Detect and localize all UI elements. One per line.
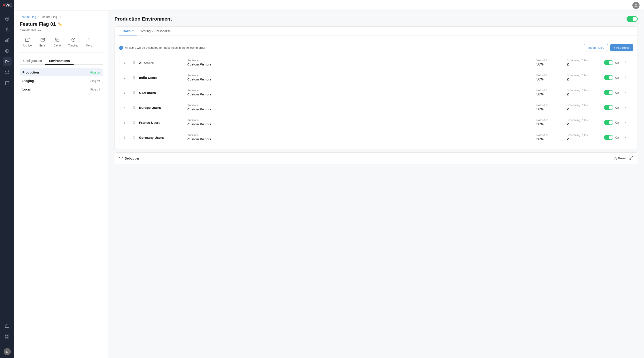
sidebar: V WO U bbox=[0, 0, 14, 358]
rule-more-4[interactable]: ⋮ bbox=[622, 104, 628, 111]
toggle-label-5: On bbox=[615, 121, 619, 124]
svg-line-24 bbox=[632, 156, 633, 158]
breadcrumb-sep: > bbox=[38, 15, 39, 18]
svg-text:V: V bbox=[3, 3, 6, 7]
drag-handle-5[interactable]: ⠿ bbox=[133, 120, 136, 125]
audience-value-3[interactable]: Custom Visitors bbox=[188, 92, 211, 96]
top-avatar[interactable] bbox=[632, 2, 640, 9]
drag-handle-6[interactable]: ⠿ bbox=[133, 135, 136, 140]
rule-row: 3 ⠿ USA users Audience Custom Visitors R… bbox=[120, 85, 633, 100]
rule-more-6[interactable]: ⋮ bbox=[622, 134, 628, 141]
audience-value-2[interactable]: Custom Visitors bbox=[188, 77, 211, 81]
production-env[interactable]: Production Flag on bbox=[20, 68, 103, 76]
rule-more-2[interactable]: ⋮ bbox=[622, 74, 628, 81]
rule-toggle-3[interactable] bbox=[604, 90, 613, 95]
rule-toggle-5[interactable] bbox=[604, 120, 613, 125]
scheduling-value-2: 2 bbox=[567, 77, 569, 81]
rule-rollout-5: Rollout To 50% bbox=[536, 119, 563, 126]
audience-value-6[interactable]: Custom Visitors bbox=[188, 137, 211, 141]
briefcase-icon[interactable] bbox=[3, 321, 12, 330]
audience-label-1: Audience bbox=[188, 59, 533, 62]
rule-toggle-area-1: On bbox=[604, 60, 619, 65]
add-rules-button[interactable]: + Add Rules bbox=[610, 44, 633, 51]
breadcrumb-parent[interactable]: Feature Flag bbox=[20, 15, 36, 18]
audience-value-4[interactable]: Custom Visitors bbox=[188, 107, 211, 111]
main-wrapper: Feature Flag > Feature Flag 01 Feature F… bbox=[14, 0, 644, 358]
rollout-label-6: Rollout To bbox=[536, 134, 563, 137]
rule-more-3[interactable]: ⋮ bbox=[622, 89, 628, 96]
audience-label-5: Audience bbox=[188, 119, 533, 122]
edit-icon[interactable]: ✏️ bbox=[58, 22, 62, 26]
rollout-label-5: Rollout To bbox=[536, 119, 563, 122]
drag-handle-1[interactable]: ⠿ bbox=[133, 60, 136, 65]
debugger-reset-button[interactable]: Reset bbox=[614, 157, 626, 160]
more-button[interactable]: More bbox=[83, 36, 95, 49]
user-avatar[interactable]: U bbox=[4, 348, 11, 355]
debugger-expand-icon[interactable] bbox=[629, 156, 633, 161]
audience-value-1[interactable]: Custom Visitors bbox=[188, 62, 211, 66]
dashboard-icon[interactable] bbox=[3, 14, 12, 23]
testing-tab[interactable]: Testing & Personalise bbox=[137, 26, 174, 36]
clone-button[interactable]: Clone bbox=[50, 36, 64, 49]
svg-rect-6 bbox=[8, 39, 9, 42]
action-bar: Archive Email Clone Timeline bbox=[20, 36, 103, 53]
action-buttons: Import Rules + Add Rules bbox=[584, 44, 633, 51]
messages-icon[interactable] bbox=[3, 79, 12, 88]
targeting-icon[interactable] bbox=[3, 46, 12, 55]
rollout-tab[interactable]: Rollout bbox=[119, 26, 137, 36]
configuration-tab[interactable]: Configuration bbox=[20, 57, 46, 65]
debugger-label: Debugger bbox=[119, 156, 139, 161]
experiments-icon[interactable] bbox=[3, 25, 12, 34]
audience-value-5[interactable]: Custom Visitors bbox=[188, 122, 211, 126]
svg-rect-5 bbox=[7, 39, 8, 42]
rule-scheduling-6: Scheduling Rules 2 bbox=[567, 134, 600, 141]
scheduling-value-3: 2 bbox=[567, 92, 569, 96]
svg-rect-4 bbox=[6, 40, 6, 42]
right-panel: Production Environment Rollout Testing &… bbox=[108, 11, 644, 358]
rollout-value-5: 50% bbox=[536, 122, 544, 126]
feature-flags-icon[interactable] bbox=[3, 57, 12, 66]
integrations-icon[interactable] bbox=[3, 332, 12, 341]
drag-handle-2[interactable]: ⠿ bbox=[133, 75, 136, 80]
drag-handle-3[interactable]: ⠿ bbox=[133, 90, 136, 95]
rule-toggle-6[interactable] bbox=[604, 135, 613, 140]
rule-toggle-4[interactable] bbox=[604, 105, 613, 110]
local-env[interactable]: Local Flag off bbox=[20, 85, 103, 93]
svg-point-23 bbox=[89, 41, 89, 41]
scheduling-label-4: Scheduling Rules bbox=[567, 104, 600, 107]
content-card: Rollout Testing & Personalise i All user… bbox=[114, 26, 638, 149]
staging-env[interactable]: Staging Flag off bbox=[20, 77, 103, 85]
timeline-button[interactable]: Timeline bbox=[65, 36, 82, 49]
svg-point-9 bbox=[7, 51, 8, 51]
rule-more-5[interactable]: ⋮ bbox=[622, 119, 628, 126]
environments-tab[interactable]: Environments bbox=[46, 57, 73, 65]
rule-num-6: 6 bbox=[124, 136, 129, 139]
vwo-logo[interactable]: V WO bbox=[3, 3, 12, 9]
environment-list: Production Flag on Staging Flag off Loca… bbox=[20, 68, 103, 93]
env-staging-status: Flag off bbox=[90, 79, 100, 83]
toggle-label-1: On bbox=[615, 61, 619, 64]
rule-audience-2: Audience Custom Visitors bbox=[188, 74, 533, 81]
rule-scheduling-3: Scheduling Rules 2 bbox=[567, 89, 600, 96]
production-toggle[interactable] bbox=[626, 16, 638, 22]
rule-toggle-area-3: On bbox=[604, 90, 619, 95]
rule-more-1[interactable]: ⋮ bbox=[622, 59, 628, 66]
archive-button[interactable]: Archive bbox=[20, 36, 35, 49]
svg-rect-16 bbox=[25, 38, 29, 39]
deploy-icon[interactable] bbox=[3, 68, 12, 77]
rule-name-2: India Users bbox=[139, 76, 184, 79]
rule-toggle-1[interactable] bbox=[604, 60, 613, 65]
scheduling-value-5: 2 bbox=[567, 122, 569, 126]
timeline-label: Timeline bbox=[68, 44, 78, 47]
rule-toggle-2[interactable] bbox=[604, 75, 613, 80]
rule-scheduling-2: Scheduling Rules 2 bbox=[567, 74, 600, 81]
analytics-icon[interactable] bbox=[3, 36, 12, 45]
import-rules-button[interactable]: Import Rules bbox=[584, 44, 608, 51]
info-label: All users will be evaluated for these ru… bbox=[125, 46, 205, 49]
svg-point-21 bbox=[89, 38, 89, 39]
rule-rollout-4: Rollout To 50% bbox=[536, 104, 563, 111]
email-button[interactable]: Email bbox=[36, 36, 49, 49]
env-local-name: Local bbox=[22, 88, 31, 91]
rule-num-3: 3 bbox=[124, 91, 129, 94]
drag-handle-4[interactable]: ⠿ bbox=[133, 105, 136, 110]
